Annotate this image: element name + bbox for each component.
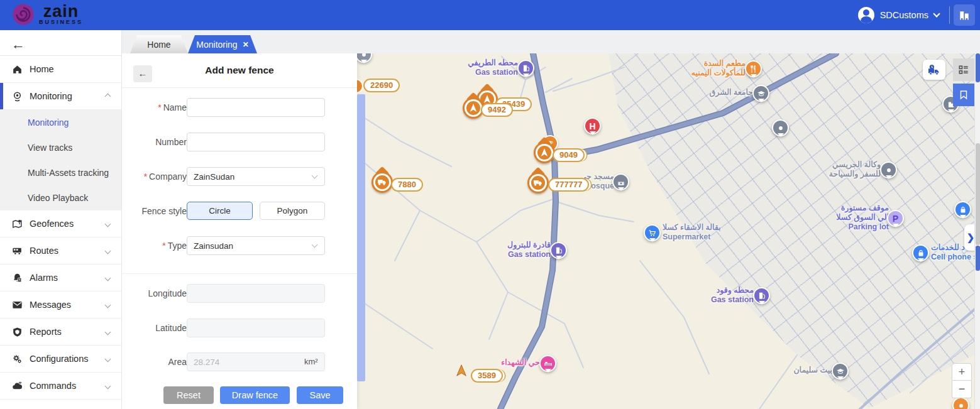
chevron-down-icon: [312, 242, 318, 248]
company-label: *Company: [127, 172, 187, 182]
vehicle-plate-label[interactable]: 9049: [553, 148, 585, 162]
close-tab-icon[interactable]: ✕: [243, 40, 249, 49]
tab-bar: HomeMonitoring✕: [122, 30, 980, 53]
longitude-input[interactable]: [187, 284, 325, 303]
sidebar-item-commands[interactable]: Commands: [0, 373, 121, 400]
number-input[interactable]: [187, 133, 325, 151]
fence-style-polygon-button[interactable]: Polygon: [260, 202, 325, 220]
bookmark-button[interactable]: [953, 84, 974, 106]
commands-icon: [11, 380, 23, 392]
home-icon: [11, 63, 23, 75]
panel-title: Add new fence: [122, 65, 357, 76]
sidebar-subitem-multi-assets-tracking[interactable]: Multi-Assets tracking: [0, 160, 121, 185]
fleet-history-button[interactable]: [923, 60, 945, 80]
company-select[interactable]: ZainSudan: [187, 167, 325, 186]
hotel-shuhada-label: حي الشهداء: [501, 358, 540, 368]
reports-icon: [11, 326, 23, 338]
sidebar-item-home[interactable]: Home: [0, 56, 121, 83]
truck-vehicle-marker[interactable]: [372, 172, 393, 193]
sidebar-collapse-button[interactable]: ←: [11, 36, 25, 53]
name-input[interactable]: [187, 98, 325, 117]
area-unit: km²: [304, 357, 318, 366]
draw-fence-button[interactable]: Draw fence: [220, 386, 290, 404]
layers-list-button[interactable]: [953, 58, 974, 81]
travel-agency-label: وكالة الجريسيللسفر والسياحة: [829, 160, 881, 179]
vehicle-plate-label[interactable]: 9492: [481, 103, 513, 117]
vehicle-plate-label[interactable]: 777777: [548, 178, 589, 192]
area-label: Area: [127, 357, 187, 367]
reset-button[interactable]: Reset: [163, 386, 214, 404]
gas-station-wuqud-marker[interactable]: [753, 287, 770, 304]
supermarket-marker[interactable]: [644, 224, 661, 241]
supermarket-label: بقالة الاشقاء كسلاSupermarket: [663, 223, 721, 242]
parking-lot-label: موقف مستورةالي السوق كسلاParking lot: [836, 204, 889, 232]
vehicle-plate-label[interactable]: 7880: [391, 178, 423, 192]
sidebar-item-label: Commands: [30, 381, 76, 391]
arrow-vehicle-marker[interactable]: [534, 142, 555, 163]
arrow-vehicle-marker[interactable]: [454, 364, 468, 380]
hospital-marker[interactable]: H: [584, 117, 601, 134]
chevron-down-icon: [105, 302, 111, 308]
longitude-label: Longitude: [127, 288, 187, 298]
gas-station-qadira-marker[interactable]: [550, 242, 567, 259]
gray-dot-marker[interactable]: [772, 119, 789, 136]
chevron-down-icon: [105, 275, 111, 281]
sidebar-item-reports[interactable]: Reports: [0, 319, 121, 346]
latitude-input[interactable]: [187, 319, 325, 337]
fence-style-circle-button[interactable]: Circle: [187, 202, 253, 220]
chevron-down-icon: [312, 173, 318, 179]
sidebar-item-messages[interactable]: Messages: [0, 292, 121, 319]
university-sharq-marker[interactable]: [752, 85, 769, 102]
zain-business-logo: zain BUSINESS: [11, 3, 83, 26]
travel-agency-marker[interactable]: [880, 161, 897, 178]
chevron-down-icon: [105, 221, 111, 227]
store-partial-right-marker[interactable]: [954, 201, 971, 218]
brand-subtitle: BUSINESS: [39, 19, 83, 25]
tab-monitoring[interactable]: Monitoring✕: [188, 35, 257, 53]
map-canvas[interactable]: محطه الطريفيGas stationHمطعم السدةللمأكو…: [357, 53, 980, 409]
vehicle-plate-label[interactable]: 3589: [471, 369, 503, 383]
save-button[interactable]: Save: [297, 386, 343, 404]
sidebar-item-label: Geofences: [30, 219, 74, 229]
configurations-icon: [11, 353, 23, 365]
sidebar-item-alarms[interactable]: Alarms: [0, 264, 121, 292]
user-name: SDCustoms: [880, 10, 928, 20]
tab-home[interactable]: Home: [130, 35, 188, 53]
user-menu[interactable]: SDCustoms: [858, 0, 939, 30]
number-label: Number: [127, 137, 187, 147]
hotel-shuhada-marker[interactable]: [539, 355, 556, 372]
beit-suleiman-marker[interactable]: [832, 363, 849, 379]
tab-label: Home: [147, 40, 170, 50]
sidebar-subitem-view-tracks[interactable]: View tracks: [0, 135, 121, 160]
restaurant-sada-marker[interactable]: [745, 60, 762, 77]
mosque-marker[interactable]: [612, 173, 629, 190]
sidebar-subitem-monitoring[interactable]: Monitoring: [0, 110, 121, 135]
cell-phone-store-marker[interactable]: [912, 244, 929, 261]
building-icon: [958, 9, 971, 21]
parking-lot-marker[interactable]: P: [887, 210, 904, 227]
sidebar-item-routes[interactable]: Routes: [0, 237, 121, 264]
sidebar-item-label: Messages: [30, 300, 71, 310]
monitoring-icon: [11, 90, 23, 102]
zoom-in-button[interactable]: +: [952, 363, 972, 381]
sidebar-item-monitoring[interactable]: Monitoring: [0, 83, 121, 110]
vehicle-plate-label[interactable]: 22690: [363, 79, 400, 92]
map-scrollbar[interactable]: [974, 53, 980, 409]
organization-button[interactable]: [954, 4, 975, 26]
bookmark-icon: [958, 89, 969, 101]
chevron-down-icon: [105, 329, 111, 335]
chevron-down-icon: [105, 248, 111, 254]
panel-scrollbar[interactable]: [357, 94, 365, 381]
chevron-down-icon: [933, 10, 940, 17]
sidebar-subitem-video-playback[interactable]: Video Playback: [0, 185, 121, 210]
tab-label: Monitoring: [196, 40, 237, 50]
zoom-out-button[interactable]: −: [952, 381, 972, 398]
gas-station-tarifi-marker[interactable]: [517, 60, 534, 77]
truck-vehicle-marker[interactable]: [527, 172, 549, 194]
sidebar-item-label: Configurations: [30, 354, 89, 364]
sidebar-item-configurations[interactable]: Configurations: [0, 346, 121, 373]
sidebar-item-label: Alarms: [30, 273, 58, 283]
user-avatar: [858, 7, 874, 23]
type-select[interactable]: Zainsudan: [187, 236, 325, 255]
sidebar-item-geofences[interactable]: Geofences: [0, 210, 121, 237]
